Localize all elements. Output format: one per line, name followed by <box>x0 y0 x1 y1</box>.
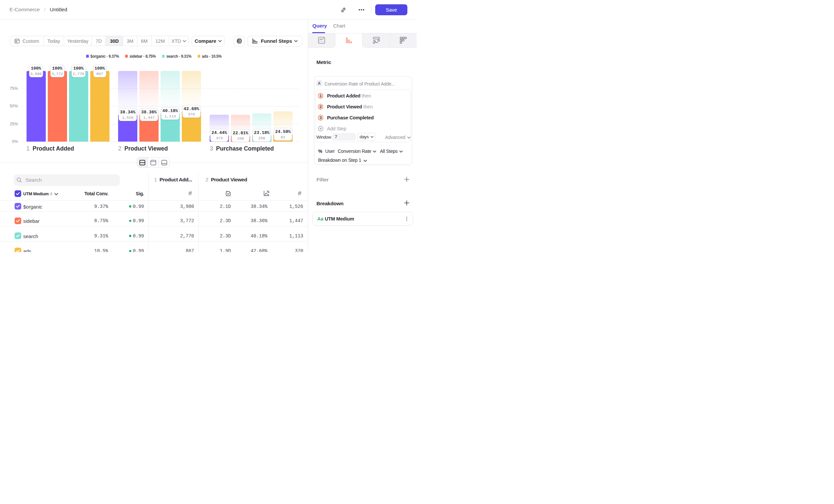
svg-text:2: 2 <box>320 105 322 109</box>
svg-text:3: 3 <box>320 116 322 120</box>
svg-text:1: 1 <box>320 94 322 98</box>
